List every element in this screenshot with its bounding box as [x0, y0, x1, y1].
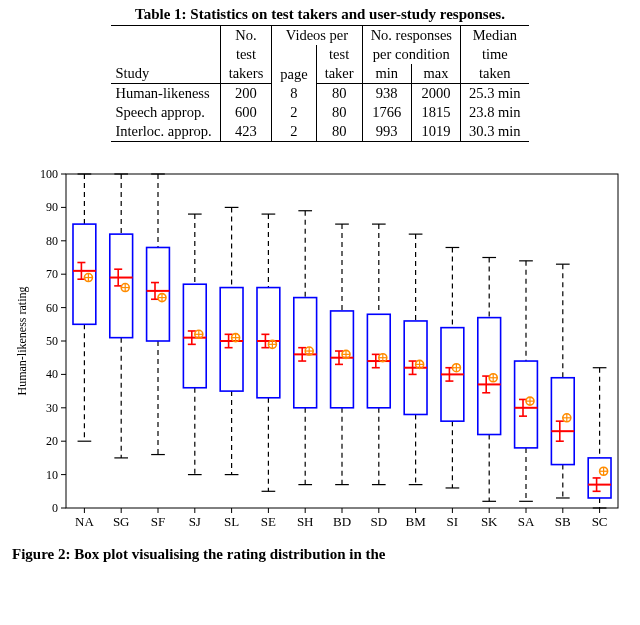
svg-text:SI: SI — [447, 514, 459, 529]
hdr-videos: Videos per — [272, 26, 362, 46]
svg-text:BD: BD — [333, 514, 351, 529]
table-row: Interloc. approp. 423 2 80 993 1019 30.3… — [111, 122, 528, 142]
svg-text:50: 50 — [46, 334, 58, 348]
svg-text:10: 10 — [46, 468, 58, 482]
table-row: Speech approp. 600 2 80 1766 1815 23.8 m… — [111, 103, 528, 122]
hdr-takers-l3: takers — [220, 64, 272, 84]
svg-text:SH: SH — [297, 514, 314, 529]
hdr-max: max — [411, 64, 460, 84]
hdr-page: page — [272, 45, 316, 84]
svg-text:80: 80 — [46, 234, 58, 248]
svg-text:60: 60 — [46, 301, 58, 315]
svg-text:SG: SG — [113, 514, 130, 529]
svg-rect-56 — [147, 247, 170, 341]
hdr-study: Study — [111, 64, 220, 84]
svg-text:SB: SB — [555, 514, 571, 529]
svg-text:30: 30 — [46, 401, 58, 415]
hdr-test-taker-l1: test — [316, 45, 362, 64]
svg-text:SK: SK — [481, 514, 498, 529]
svg-text:100: 100 — [40, 167, 58, 181]
svg-text:20: 20 — [46, 434, 58, 448]
figure-caption: Figure 2: Box plot visualising the ratin… — [10, 546, 630, 563]
svg-rect-28 — [73, 224, 96, 324]
hdr-per-condition: per condition — [362, 45, 460, 64]
svg-text:SJ: SJ — [189, 514, 201, 529]
hdr-median-l2: time — [461, 45, 529, 64]
svg-text:BM: BM — [405, 514, 426, 529]
svg-text:40: 40 — [46, 367, 58, 381]
stats-table: No. Videos per No. responses Median test… — [111, 25, 528, 142]
svg-text:0: 0 — [52, 501, 58, 515]
hdr-min: min — [362, 64, 411, 84]
svg-rect-126 — [331, 311, 354, 408]
svg-text:70: 70 — [46, 267, 58, 281]
svg-text:SF: SF — [151, 514, 165, 529]
svg-text:SA: SA — [518, 514, 535, 529]
hdr-median-l1: Median — [461, 26, 529, 46]
svg-text:SL: SL — [224, 514, 239, 529]
svg-text:SC: SC — [592, 514, 608, 529]
svg-text:NA: NA — [75, 514, 94, 529]
hdr-median-l3: taken — [461, 64, 529, 84]
hdr-test-taker-l2: taker — [316, 64, 362, 84]
hdr-responses: No. responses — [362, 26, 460, 46]
svg-text:SE: SE — [261, 514, 276, 529]
svg-text:SD: SD — [370, 514, 387, 529]
svg-text:90: 90 — [46, 200, 58, 214]
hdr-takers-l1: No. — [220, 26, 272, 46]
hdr-takers-l2: test — [220, 45, 272, 64]
svg-rect-196 — [515, 361, 538, 448]
table-title: Table 1: Statistics on test takers and u… — [10, 6, 630, 23]
table-row: Human-likeness 200 8 80 938 2000 25.3 mi… — [111, 84, 528, 104]
boxplot-chart: 0102030405060708090100Human-likeness rat… — [10, 164, 630, 544]
svg-text:Human-likeness rating: Human-likeness rating — [15, 287, 29, 396]
